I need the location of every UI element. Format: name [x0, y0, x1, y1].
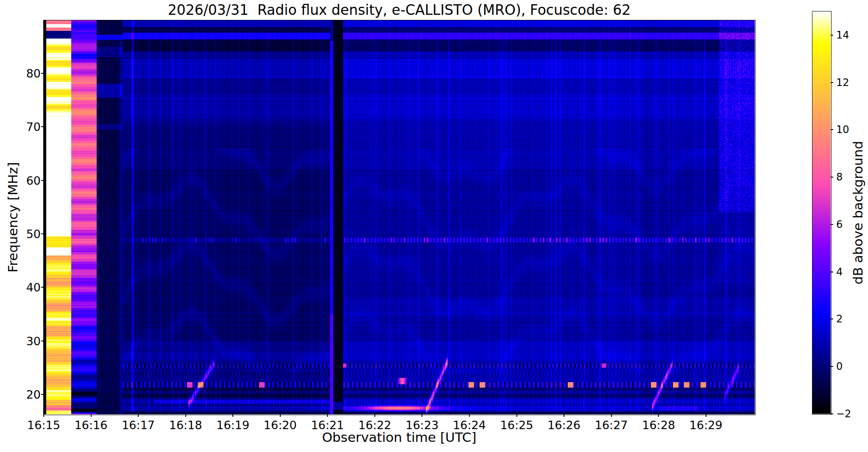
- colorbar-tick-mark: [831, 272, 833, 272]
- colorbar-tick-mark: [831, 413, 833, 414]
- colorbar-tick-label: 6: [836, 219, 843, 230]
- x-tick-mark: [43, 414, 44, 417]
- y-tick-label: 40: [15, 281, 41, 294]
- x-tick-label: 16:29: [689, 419, 723, 432]
- colorbar-tick-mark: [831, 366, 833, 367]
- y-tick-mark: [41, 233, 44, 234]
- y-tick-label: 30: [15, 334, 41, 347]
- colorbar-label: dB above background: [850, 141, 865, 284]
- figure: 2026/03/31 Radio flux density, e-CALLIST…: [0, 0, 868, 452]
- x-tick-mark: [185, 414, 186, 417]
- x-tick-mark: [611, 414, 612, 417]
- colorbar-tick-mark: [831, 224, 833, 225]
- y-tick-label: 20: [15, 388, 41, 401]
- colorbar-tick-mark: [831, 35, 833, 36]
- colorbar-tick-label: 0: [836, 360, 843, 372]
- y-tick-mark: [41, 287, 44, 288]
- colorbar-tick-mark: [831, 129, 833, 130]
- spectrogram-heatmap: [44, 20, 755, 414]
- x-tick-mark: [564, 414, 564, 417]
- colorbar-tick-label: 2: [836, 313, 843, 325]
- x-tick-mark: [91, 414, 92, 417]
- y-tick-mark: [41, 73, 44, 74]
- x-tick-label: 16:17: [122, 419, 155, 432]
- x-tick-mark: [516, 414, 517, 417]
- x-tick-mark: [327, 414, 328, 417]
- colorbar-tick-label: 14: [836, 29, 849, 41]
- colorbar-tick-label: 4: [836, 266, 843, 278]
- x-tick-mark: [421, 414, 422, 417]
- y-tick-mark: [41, 126, 44, 127]
- x-tick-label: 16:15: [27, 419, 60, 432]
- y-tick-mark: [41, 394, 44, 395]
- x-tick-label: 16:23: [406, 419, 439, 432]
- x-tick-mark: [658, 414, 659, 417]
- colorbar-tick-mark: [831, 82, 833, 83]
- colorbar-tick-label: 10: [836, 124, 849, 136]
- x-tick-label: 16:26: [547, 419, 581, 432]
- x-tick-mark: [374, 414, 375, 417]
- x-tick-label: 16:19: [216, 419, 249, 432]
- x-tick-label: 16:16: [75, 419, 108, 432]
- x-tick-label: 16:21: [311, 419, 344, 432]
- chart-title: 2026/03/31 Radio flux density, e-CALLIST…: [44, 2, 755, 18]
- x-axis-label: Observation time [UTC]: [44, 430, 755, 445]
- colorbar-tick-label: −2: [836, 408, 851, 420]
- x-tick-mark: [469, 414, 470, 417]
- x-tick-mark: [280, 414, 281, 417]
- x-tick-mark: [232, 414, 233, 417]
- x-tick-label: 16:28: [642, 419, 675, 432]
- y-tick-label: 80: [15, 67, 41, 80]
- x-tick-label: 16:22: [358, 419, 391, 432]
- x-tick-label: 16:18: [169, 419, 202, 432]
- x-tick-label: 16:25: [500, 419, 533, 432]
- x-tick-mark: [706, 414, 706, 417]
- colorbar-tick-label: 12: [836, 77, 849, 89]
- colorbar-tick-mark: [831, 319, 833, 319]
- x-tick-label: 16:24: [453, 419, 486, 432]
- y-tick-mark: [41, 180, 44, 181]
- y-tick-label: 70: [15, 120, 41, 133]
- colorbar-tick-label: 8: [836, 171, 843, 183]
- x-tick-mark: [138, 414, 139, 417]
- y-tick-label: 60: [15, 174, 41, 187]
- x-tick-label: 16:27: [595, 419, 628, 432]
- x-tick-label: 16:20: [264, 419, 297, 432]
- y-tick-mark: [41, 341, 44, 341]
- colorbar-gradient: [812, 11, 831, 414]
- colorbar-tick-mark: [831, 177, 833, 177]
- y-tick-label: 50: [15, 227, 41, 241]
